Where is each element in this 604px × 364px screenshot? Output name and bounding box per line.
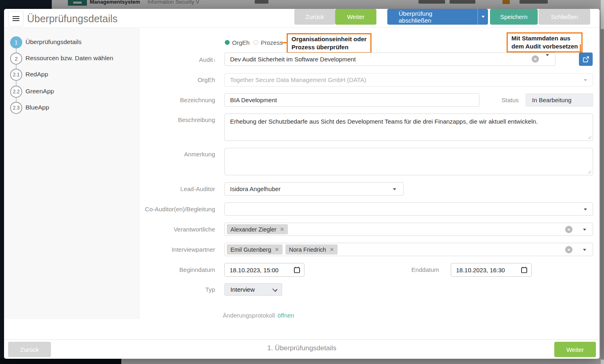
chip-remove-icon[interactable]: ✕ [280,227,284,232]
step-item-2[interactable]: 2 Ressourcen bzw. Daten wählen [4,53,139,65]
radio-orgeh[interactable] [225,40,230,45]
hamburger-icon [13,16,19,21]
orgeh-select: Together Secure Data Management GmbH (DA… [224,73,593,86]
chip-label: Alexander Ziegler [230,226,277,233]
chevron-down-icon [583,249,586,251]
verantwortliche-label: Verantwortliche [138,226,215,233]
lead-auditor-select[interactable]: Isidora Angelhuber [224,182,404,196]
enddatum-label: Enddatum [362,266,439,273]
next-button-top[interactable]: Weiter [335,9,376,25]
step-item-2-3[interactable]: 2.3 BlueApp [4,102,139,114]
lead-auditor-value: Isidora Angelhuber [230,185,281,192]
step-connector [16,81,17,86]
step-item-2-1[interactable]: 2.1 RedApp [4,69,139,81]
resize-grip-icon[interactable] [588,170,591,174]
interviewpartner-multiselect[interactable]: Emil Gutenberg ✕ Nora Friedrich ✕ ✕ [224,243,593,256]
typ-value: Interview [230,286,255,293]
bezeichnung-label: Bezeichnung [138,97,215,103]
co-auditor-label: Co-Auditor(en)/Begleitung [138,206,215,213]
typ-select[interactable]: Interview [224,283,282,296]
chip-remove-icon[interactable]: ✕ [330,247,334,252]
audit-label: Auditi [138,56,215,63]
step-label: Ressourcen bzw. Daten wählen [25,55,113,62]
beschreibung-label: Beschreibung [138,116,215,123]
interviewpartner-clear-icon[interactable]: ✕ [565,246,572,253]
step-label: RedApp [25,71,48,78]
prefill-from-audit-button[interactable] [579,53,593,66]
radio-prozess[interactable] [253,40,258,45]
step-item-2-2[interactable]: 2.2 GreenApp [4,86,139,98]
beginndatum-label: Beginndatum [138,266,215,273]
finish-review-dropdown[interactable] [477,9,488,25]
dialog-title: Überprüfungsdetails [27,13,118,25]
save-button[interactable]: Speichern [490,9,538,25]
chip-label: Emil Gutenberg [230,246,271,253]
chevron-down-icon [272,287,278,292]
step-label: GreenApp [25,88,54,95]
annotation-orgeh-prozess: Organisationseinheit oder Prozess überpr… [287,33,372,53]
chevron-down-icon [583,229,586,231]
co-auditor-select[interactable] [224,202,593,216]
bezeichnung-input[interactable] [224,93,479,107]
chevron-down-icon [546,54,549,56]
audit-dropdown-caret[interactable] [546,54,549,56]
enddatum-value: 18.10.2023, 16:30 [456,267,505,274]
radio-prozess-label[interactable]: Prozess [261,39,283,46]
chip-remove-icon[interactable]: ✕ [275,247,279,252]
review-details-dialog: Überprüfungsdetails Zurück Weiter Überpr… [4,9,600,359]
chevron-down-icon [393,188,396,190]
page-scrollbar-thumb[interactable] [601,29,604,360]
radio-orgeh-label[interactable]: OrgEh [232,39,249,46]
change-log-label: Änderungsprotokoll [223,312,275,319]
verantwortliche-clear-icon[interactable]: ✕ [565,226,572,233]
verantwortliche-multiselect[interactable]: Alexander Ziegler ✕ ✕ [224,223,593,236]
interviewpartner-label: Interviewpartner [138,246,215,253]
step-connector [16,98,17,102]
typ-label: Typ [138,286,215,293]
enddatum-input[interactable]: 18.10.2023, 16:30 [451,263,532,277]
next-button-bottom[interactable]: Weiter [554,342,596,357]
chip-nora-friedrich[interactable]: Nora Friedrich ✕ [285,244,338,255]
step-number: 2.2 [10,86,22,98]
orgeh-label: OrgEh [138,76,215,83]
lead-auditor-label: Lead-Auditor [138,185,215,192]
chip-alexander-ziegler[interactable]: Alexander Ziegler ✕ [227,224,288,234]
orgeh-value: Together Secure Data Management GmbH (DA… [230,76,366,83]
menu-button[interactable] [8,11,23,26]
audit-clear-icon[interactable]: ✕ [532,55,539,63]
annotation-text: Organisationseinheit oder [291,35,367,43]
change-log-open-link[interactable]: öffnen [277,312,294,319]
anmerkung-textarea[interactable] [224,148,593,175]
annotation-text: Prozess überprüfen [291,43,367,51]
step-label: Überprüfungsdetails [25,38,82,46]
back-button-top[interactable]: Zurück [294,9,335,25]
calendar-icon[interactable] [521,267,527,273]
step-connector [16,48,17,53]
status-badge: In Bearbeitung [526,93,593,107]
finish-review-split-button[interactable]: Überprüfung abschließen [387,9,488,25]
audit-input[interactable] [224,53,555,66]
annotation-text: dem Audit vorbesetzen [511,42,578,50]
beschreibung-text: Erhebung der Schutzbedarfe aus Sicht des… [230,118,538,125]
footer-divider [4,339,600,340]
calendar-icon[interactable] [294,267,300,273]
step-item-1[interactable]: 1 Überprüfungsdetails [4,36,139,48]
annotation-text: Mit Stammdaten aus [511,34,578,42]
anmerkung-label: Anmerkung [138,151,215,158]
chevron-down-icon [482,16,485,18]
beschreibung-textarea[interactable]: Erhebung der Schutzbedarfe aus Sicht des… [224,114,593,141]
resize-grip-icon[interactable] [588,136,591,139]
close-button[interactable]: Schließen [539,9,590,25]
annotation-stammdaten: Mit Stammdaten aus dem Audit vorbesetzen [507,32,583,53]
step-number: 1 [10,36,22,48]
screen: Managementsystem Information Security V … [0,0,604,364]
step-connector [16,65,17,69]
chevron-down-icon [584,79,587,81]
step-number: 2 [10,53,22,65]
status-label: Status [442,97,519,103]
current-step-indicator: 1. Überprüfungsdetails [4,344,600,352]
chip-emil-gutenberg[interactable]: Emil Gutenberg ✕ [227,244,283,255]
chip-label: Nora Friedrich [289,246,326,253]
beginndatum-input[interactable]: 18.10.2023, 15:00 [224,263,304,277]
step-sidebar: 1 Überprüfungsdetails 2 Ressourcen bzw. … [4,28,139,319]
